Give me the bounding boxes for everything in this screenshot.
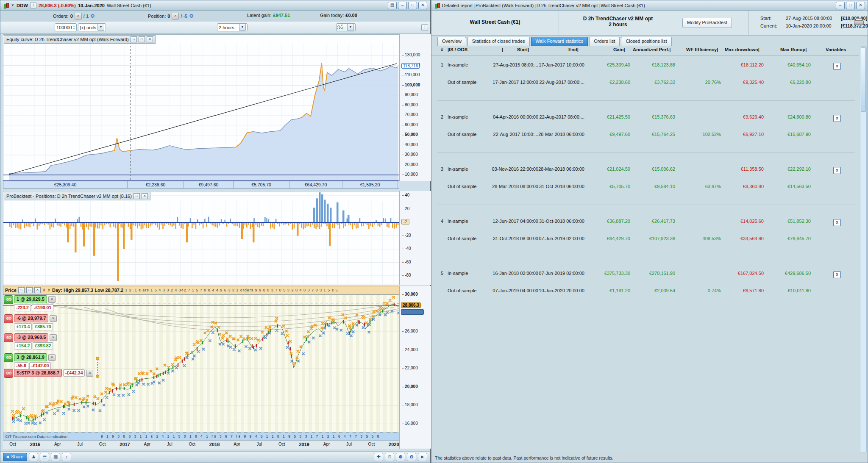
orders-gear-icon[interactable]: ⚙ bbox=[90, 13, 95, 19]
table-row[interactable]: 3In-sample03-Nov-2016 22:00:0028-Mar-201… bbox=[431, 166, 859, 175]
col-header-max-drawdown[interactable]: Max drawdown| bbox=[725, 47, 760, 52]
wrench-icon[interactable]: ⤳ bbox=[131, 36, 137, 42]
share-button[interactable]: ◄ Share bbox=[3, 453, 27, 461]
position-qty-price[interactable]: -6 @ 28,979.7 bbox=[14, 314, 48, 322]
value-stepper-icon[interactable]: ↕ bbox=[62, 453, 71, 461]
breadcrumb-item[interactable]: Detailed report bbox=[442, 3, 473, 8]
col-header-wf-efficiency[interactable]: WF Efficiency| bbox=[686, 47, 718, 52]
tab-overview[interactable]: Overview bbox=[437, 37, 466, 46]
tab-orders-list[interactable]: Orders list bbox=[589, 37, 620, 46]
sell-arrow-icon[interactable]: ⬇ bbox=[42, 288, 46, 292]
position-qty-price[interactable]: S:STP 3 @ 28,688.7 bbox=[14, 369, 62, 377]
position-gear-icon[interactable]: ⚙⚙ bbox=[4, 295, 13, 304]
instrument-symbol[interactable]: DOW bbox=[17, 3, 28, 8]
scrollbar-thumb[interactable] bbox=[861, 47, 866, 112]
maximize-button[interactable]: □ bbox=[846, 2, 855, 9]
zoom-in-icon[interactable]: ⊕ bbox=[396, 453, 405, 461]
price-chart[interactable] bbox=[3, 294, 399, 433]
col-header-start[interactable]: Start| bbox=[517, 47, 529, 52]
table-row[interactable]: Out of sample31-Oct-2018 08:00:0007-Jun-… bbox=[431, 236, 859, 244]
col-header-gain[interactable]: Gain| bbox=[613, 47, 625, 52]
col-header-pipe[interactable]: | bbox=[502, 47, 503, 52]
variables-icon[interactable]: x bbox=[833, 63, 841, 70]
zoom-out-icon[interactable]: ⊖ bbox=[407, 453, 416, 461]
table-row[interactable]: 4In-sample12-Jun-2017 04:00:0031-Oct-201… bbox=[431, 219, 859, 227]
position-gear-icon[interactable]: ⚙⚙ bbox=[4, 369, 13, 378]
positions-panel-header[interactable]: ProBacktest - Positions: D 2h TrendChase… bbox=[4, 192, 150, 200]
buy-arrow-icon[interactable]: ⬆ bbox=[47, 288, 50, 292]
position-qty-price[interactable]: 3 @ 28,861.9 bbox=[14, 353, 47, 361]
chevron-down-icon[interactable]: ▼ bbox=[11, 3, 14, 7]
variables-icon[interactable]: x bbox=[833, 167, 841, 174]
window-icon[interactable]: □ bbox=[139, 36, 145, 42]
minimize-button[interactable]: – bbox=[836, 2, 845, 9]
close-button[interactable]: ✕ bbox=[418, 2, 427, 9]
breadcrumb-item[interactable]: Wall Street Cash (€1) bbox=[601, 3, 645, 8]
close-icon[interactable]: ✕ bbox=[147, 36, 153, 42]
print-icon[interactable] bbox=[854, 18, 863, 26]
collapse-panel-icon[interactable]: ⤴ bbox=[421, 24, 428, 31]
table-row[interactable]: Out of sample28-Mar-2018 08:00:0031-Oct-… bbox=[431, 184, 859, 192]
close-position-icon[interactable]: ✕ bbox=[172, 13, 179, 19]
grid-icon[interactable]: ▦ bbox=[51, 453, 60, 461]
tab-statistics-of-closed-trades[interactable]: Statistics of closed trades bbox=[467, 37, 530, 46]
position-gear-icon[interactable]: ⚙⚙ bbox=[4, 353, 13, 362]
tab-walk-forward-statistics[interactable]: Walk Forward statistics bbox=[531, 37, 588, 46]
equity-chart[interactable] bbox=[3, 34, 399, 181]
col-header-variables[interactable]: Variables bbox=[826, 47, 846, 52]
close-position-icon[interactable]: ✕ bbox=[86, 370, 93, 377]
col-header-isoos[interactable]: |IS / OOS bbox=[448, 47, 467, 52]
position-qty-price[interactable]: 1 @ 29,029.5 bbox=[14, 295, 47, 303]
tab-closed-positions-list[interactable]: Closed positions list bbox=[621, 37, 671, 46]
crosshair-icon[interactable]: ✚ bbox=[374, 453, 383, 461]
minimize-button[interactable]: – bbox=[398, 2, 407, 9]
variables-icon[interactable]: x bbox=[833, 271, 841, 278]
chevron-down-icon[interactable]: ▼ bbox=[239, 24, 246, 31]
close-position-icon[interactable]: ✕ bbox=[50, 315, 57, 322]
quantity-value[interactable]: 100000 bbox=[56, 25, 72, 30]
keyboard-icon[interactable]: ▤ bbox=[388, 2, 397, 9]
timeframe-select[interactable]: 2 hours ▼ bbox=[217, 23, 248, 31]
close-position-icon[interactable]: ✕ bbox=[50, 334, 57, 341]
chevron-down-icon[interactable]: ▼ bbox=[97, 24, 104, 31]
table-row[interactable]: 5In-sample16-Jan-2018 02:00:0007-Jun-201… bbox=[431, 271, 859, 279]
scroll-right-icon[interactable]: ► bbox=[418, 453, 427, 461]
chevron-down-icon[interactable]: ▼ bbox=[347, 24, 354, 31]
chart-list-icon[interactable]: ☰ bbox=[40, 453, 49, 461]
chart-tools-icon[interactable]: ⏱ bbox=[385, 453, 394, 461]
position-gear-icon[interactable]: ⚙⚙ bbox=[4, 314, 13, 323]
maximize-button[interactable]: □ bbox=[408, 2, 417, 9]
window-icon[interactable]: □ bbox=[134, 193, 140, 199]
info-icon[interactable]: i bbox=[30, 2, 36, 8]
close-icon[interactable]: ✕ bbox=[34, 287, 41, 293]
col-header-end[interactable]: End| bbox=[568, 47, 579, 52]
position-qty-price[interactable]: -3 @ 28,960.5 bbox=[14, 333, 48, 341]
close-button[interactable]: ✕ bbox=[856, 2, 865, 9]
close-position-icon[interactable]: ✕ bbox=[48, 296, 56, 303]
table-row[interactable]: 1In-sample27-Aug-2015 08:00:...17-Jan-20… bbox=[431, 62, 859, 71]
table-row[interactable]: Out of sample22-Aug-2017 10:00:...28-Mar… bbox=[431, 132, 859, 140]
variables-icon[interactable]: x bbox=[833, 219, 841, 226]
quantity-stepper[interactable]: 100000 ▲▼ bbox=[55, 23, 77, 31]
units-select[interactable]: (x) units ▼ bbox=[78, 23, 106, 31]
wrench-icon[interactable]: ⤳ bbox=[18, 287, 25, 293]
cancel-orders-icon[interactable]: ✕ bbox=[75, 13, 82, 19]
trading-accounts-icon[interactable]: ♟ bbox=[29, 453, 38, 461]
table-row[interactable]: 2In-sample04-Apr-2016 00:00:0022-Aug-201… bbox=[431, 114, 859, 123]
equity-panel-header[interactable]: Equity curve: D 2h TrendChaser v2 MM opt… bbox=[4, 35, 156, 44]
chart-style-button[interactable]: ▼ bbox=[336, 23, 356, 31]
table-row[interactable]: Out of sample07-Jun-2019 04:00:0010-Jan-… bbox=[431, 288, 859, 297]
col-header-max-runup[interactable]: Max Runup| bbox=[780, 47, 807, 52]
table-row[interactable]: Out of sample17-Jan-2017 12:00:0022-Aug-… bbox=[431, 80, 859, 88]
stepper-down-icon[interactable]: ▼ bbox=[73, 28, 75, 30]
vertical-scrollbar[interactable] bbox=[860, 46, 867, 452]
breadcrumb-item[interactable]: D 2h TrendChaser v2 MM opt bbox=[537, 3, 598, 8]
close-icon[interactable]: ✕ bbox=[142, 193, 148, 199]
breadcrumb-item[interactable]: ProBacktest (Walk Forward) bbox=[476, 3, 534, 8]
position-gear-icon[interactable]: ⚙ bbox=[189, 13, 194, 19]
col-header-num[interactable]: # bbox=[441, 47, 443, 52]
positions-chart[interactable] bbox=[3, 191, 399, 285]
modify-probacktest-button[interactable]: Modify ProBacktest bbox=[682, 18, 732, 28]
position-gear-icon[interactable]: ⚙⚙ bbox=[4, 333, 13, 342]
col-header-annualized-perf[interactable]: Annualized Perf.| bbox=[633, 47, 670, 52]
